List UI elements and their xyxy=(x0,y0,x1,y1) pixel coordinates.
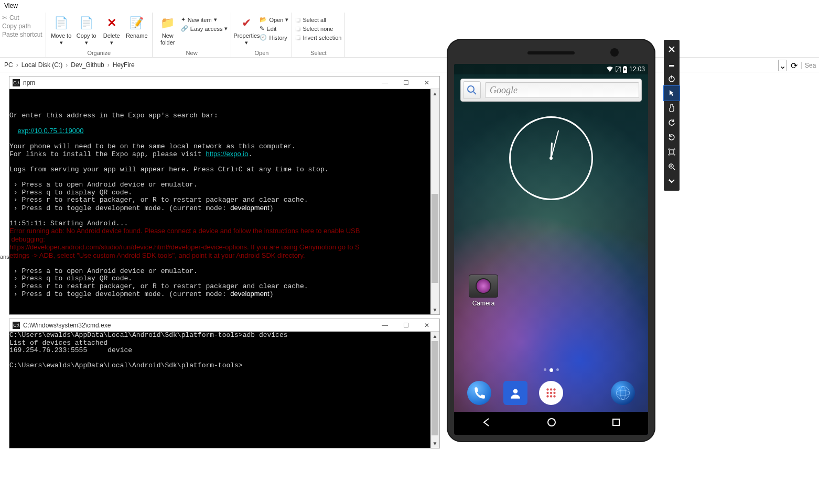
svg-point-10 xyxy=(550,392,552,394)
phone-camera xyxy=(610,48,619,57)
search-input[interactable]: Sea xyxy=(801,62,817,69)
page-indicator[interactable] xyxy=(454,368,648,372)
home-button[interactable] xyxy=(546,417,557,430)
new-item-label: New item xyxy=(188,17,212,23)
scroll-down-icon[interactable]: ▼ xyxy=(430,305,439,314)
emu-zoom-button[interactable] xyxy=(664,159,680,174)
scrollbar[interactable]: ▲ ▼ xyxy=(430,89,439,314)
emu-close-button[interactable] xyxy=(664,42,680,57)
emu-pointer-button[interactable] xyxy=(664,86,680,101)
scroll-thumb[interactable] xyxy=(432,194,438,283)
move-to-button[interactable]: 📄Move to▾ xyxy=(49,13,73,50)
minimize-button[interactable]: — xyxy=(374,78,395,88)
scrollbar[interactable]: ▲ ▼ xyxy=(430,332,439,448)
maximize-button[interactable]: ☐ xyxy=(395,78,416,88)
ribbon: ✂ Cut Copy path Paste shortcut 📄Move to▾… xyxy=(0,12,819,58)
history-button[interactable]: 🕘 History xyxy=(260,34,288,41)
npm-titlebar[interactable]: C:\npm — ☐ ✕ xyxy=(9,76,439,89)
emu-power-button[interactable] xyxy=(664,71,680,86)
npm-terminal-window: C:\npm — ☐ ✕ Or enter this address in th… xyxy=(9,76,440,315)
scroll-thumb[interactable] xyxy=(432,341,438,435)
emulator-screen[interactable]: 12:03 Google Camera xyxy=(454,64,648,435)
npm-title: npm xyxy=(23,79,35,86)
camera-app[interactable]: Camera xyxy=(467,275,500,307)
google-search-widget[interactable]: Google xyxy=(460,79,642,102)
android-emulator: 12:03 Google Camera xyxy=(447,39,655,442)
breadcrumb[interactable]: PC› Local Disk (C:)› Dev_Github› HeyFire xyxy=(0,58,819,72)
delete-icon: ✕ xyxy=(103,15,120,31)
refresh-button[interactable]: ⟳ xyxy=(788,60,800,71)
scroll-up-icon[interactable]: ▲ xyxy=(430,332,439,341)
emu-more-button[interactable] xyxy=(664,174,680,189)
maximize-button[interactable]: ☐ xyxy=(395,320,416,331)
cmd-title: C:\Windows\system32\cmd.exe xyxy=(23,322,111,329)
address-dropdown[interactable]: ⌄ xyxy=(778,60,786,71)
emu-rotate-ccw-button[interactable] xyxy=(664,115,680,130)
android-status-bar[interactable]: 12:03 xyxy=(454,64,648,74)
svg-point-12 xyxy=(546,395,548,397)
clock-center xyxy=(549,157,553,160)
breadcrumb-dev[interactable]: Dev_Github xyxy=(71,61,104,69)
close-button[interactable]: ✕ xyxy=(416,78,437,88)
new-folder-button[interactable]: 📁New folder xyxy=(156,13,180,50)
easy-access-button[interactable]: 🔗 Easy access ▾ xyxy=(181,25,228,32)
cmd-titlebar[interactable]: C:\C:\Windows\system32\cmd.exe — ☐ ✕ xyxy=(9,319,439,332)
paste-shortcut-button[interactable]: Paste shortcut xyxy=(2,30,42,39)
open-group-label: Open xyxy=(254,50,268,57)
new-item-button[interactable]: ✦ New item ▾ xyxy=(181,16,228,24)
delete-button[interactable]: ✕Delete▾ xyxy=(100,13,124,50)
ribbon-tab-view[interactable]: View xyxy=(0,0,819,12)
clock-widget[interactable] xyxy=(509,116,593,200)
search-icon[interactable] xyxy=(463,81,481,99)
select-none-button[interactable]: ⬚ Select none xyxy=(295,25,341,32)
emu-touch-button[interactable] xyxy=(664,101,680,115)
chevron-right-icon: › xyxy=(66,61,68,69)
svg-point-18 xyxy=(548,419,555,426)
back-button[interactable] xyxy=(481,417,492,430)
browser-app[interactable] xyxy=(611,381,635,405)
svg-point-13 xyxy=(550,395,552,397)
ribbon-open-group: ✔Properties▾ 📂 Open ▾ ✎ Edit 🕘 History O… xyxy=(231,13,292,57)
close-button[interactable]: ✕ xyxy=(416,320,437,331)
ribbon-organize-group: 📄Move to▾ 📄Copy to▾ ✕Delete▾ 📝Rename Org… xyxy=(46,13,153,57)
ribbon-new-group: 📁New folder ✦ New item ▾ 🔗 Easy access ▾… xyxy=(153,13,232,57)
google-search-input[interactable]: Google xyxy=(485,82,639,98)
cmd-icon: C:\ xyxy=(13,322,20,329)
ribbon-clipboard-group: ✂ Cut Copy path Paste shortcut xyxy=(0,13,46,57)
npm-terminal-output[interactable]: Or enter this address in the Expo app's … xyxy=(9,89,439,299)
properties-button[interactable]: ✔Properties▾ xyxy=(234,13,258,50)
no-sim-icon xyxy=(616,66,621,72)
camera-icon xyxy=(469,275,498,298)
rename-button[interactable]: 📝Rename xyxy=(125,13,149,50)
minimize-button[interactable]: — xyxy=(374,320,395,331)
svg-rect-2 xyxy=(624,66,626,67)
copy-path-button[interactable]: Copy path xyxy=(2,22,42,30)
breadcrumb-heyfire[interactable]: HeyFire xyxy=(113,61,135,69)
invert-selection-button[interactable]: ⬚ Invert selection xyxy=(295,34,341,41)
copy-to-button[interactable]: 📄Copy to▾ xyxy=(74,13,99,50)
svg-rect-22 xyxy=(669,65,674,67)
select-all-button[interactable]: ⬚ Select all xyxy=(295,16,341,24)
select-none-label: Select none xyxy=(303,26,333,32)
emu-fit-button[interactable] xyxy=(664,145,680,159)
emu-minimize-button[interactable] xyxy=(664,57,680,71)
contacts-app[interactable] xyxy=(503,381,527,405)
cut-button[interactable]: ✂ Cut xyxy=(2,14,42,22)
delete-label: Delete xyxy=(103,32,120,39)
cmd-terminal-output[interactable]: C:\Users\ewalds\AppData\Local\Android\Sd… xyxy=(9,332,439,370)
svg-point-14 xyxy=(553,395,555,397)
open-button[interactable]: 📂 Open ▾ xyxy=(260,16,288,24)
svg-line-35 xyxy=(673,168,675,170)
emu-rotate-cw-button[interactable] xyxy=(664,130,680,145)
recents-button[interactable] xyxy=(611,418,621,429)
scroll-down-icon[interactable]: ▼ xyxy=(430,439,439,448)
svg-point-17 xyxy=(620,387,626,400)
copy-icon: 📄 xyxy=(78,15,95,31)
scroll-up-icon[interactable]: ▲ xyxy=(430,89,439,98)
phone-app[interactable] xyxy=(467,381,491,405)
edit-button[interactable]: ✎ Edit xyxy=(260,25,288,32)
apps-drawer[interactable] xyxy=(539,381,563,405)
breadcrumb-disk[interactable]: Local Disk (C:) xyxy=(21,61,63,69)
address-bar-tools: ⌄ ⟳ Sea xyxy=(778,60,819,71)
breadcrumb-pc[interactable]: PC xyxy=(4,61,13,69)
